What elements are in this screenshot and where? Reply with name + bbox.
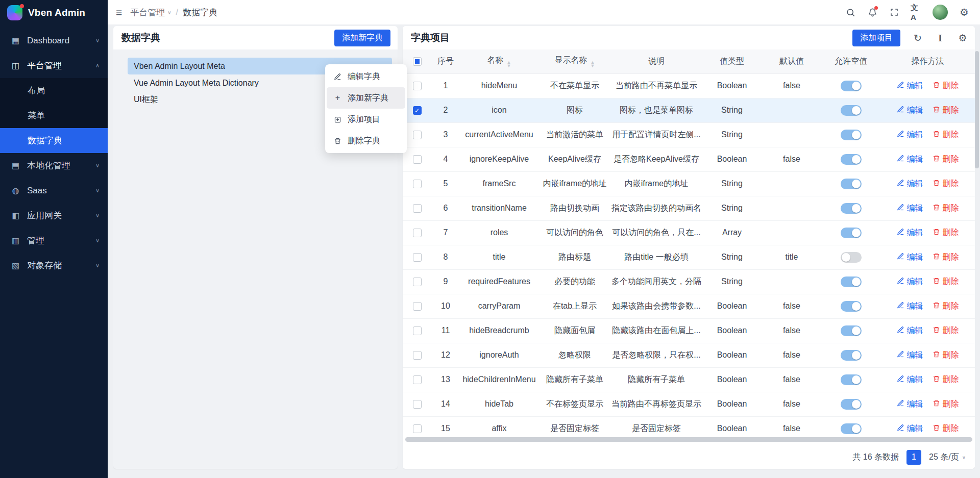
allow-null-toggle[interactable]: [841, 228, 862, 238]
row-checkbox[interactable]: [413, 155, 422, 164]
allow-null-toggle[interactable]: [841, 252, 862, 263]
translate-icon[interactable]: 文A: [911, 7, 922, 18]
text-height-icon[interactable]: I: [935, 33, 945, 43]
sidebar-item-manage[interactable]: ▥管理∨: [0, 228, 108, 253]
delete-button[interactable]: 删除: [933, 228, 959, 238]
allow-null-toggle[interactable]: [841, 301, 862, 312]
allow-null-toggle[interactable]: [841, 179, 862, 189]
fullscreen-icon[interactable]: [889, 7, 900, 18]
sidebar-item-saas[interactable]: ◍Saas∨: [0, 178, 108, 203]
edit-button[interactable]: 编辑: [897, 130, 923, 140]
sidebar-item-dashboard[interactable]: ▦Dashboard∨: [0, 28, 108, 53]
delete-button[interactable]: 删除: [933, 399, 959, 410]
row-checkbox[interactable]: [413, 131, 422, 139]
allow-null-toggle[interactable]: [841, 325, 862, 336]
row-checkbox[interactable]: [413, 229, 422, 237]
cell-default: [762, 196, 821, 220]
row-checkbox[interactable]: [413, 302, 422, 311]
delete-button[interactable]: 删除: [933, 374, 959, 385]
horizontal-scrollbar[interactable]: [405, 437, 972, 442]
sidebar-item-gateway[interactable]: ◧应用网关∨: [0, 203, 108, 228]
allow-null-toggle[interactable]: [841, 423, 862, 434]
row-checkbox[interactable]: [413, 180, 422, 188]
delete-button[interactable]: 删除: [933, 105, 959, 116]
select-all-checkbox[interactable]: [413, 57, 422, 66]
sidebar-item-platform[interactable]: ◫平台管理∧: [0, 53, 108, 78]
context-menu-item[interactable]: 编辑字典: [327, 66, 405, 87]
row-checkbox[interactable]: [413, 424, 422, 433]
allow-null-toggle[interactable]: [841, 81, 862, 91]
delete-button[interactable]: 删除: [933, 301, 959, 312]
sidebar-collapse-icon[interactable]: ≡: [116, 7, 122, 18]
delete-button[interactable]: 删除: [933, 179, 959, 189]
refresh-icon[interactable]: ↻: [913, 33, 923, 43]
row-checkbox[interactable]: ✓: [413, 106, 422, 115]
row-checkbox[interactable]: [413, 82, 422, 90]
delete-button[interactable]: 删除: [933, 154, 959, 165]
allow-null-toggle[interactable]: [841, 154, 862, 165]
pencil-icon: [897, 204, 904, 213]
vertical-scrollbar[interactable]: [975, 51, 979, 168]
cell-value-type: Boolean: [702, 343, 762, 367]
row-checkbox[interactable]: [413, 253, 422, 262]
edit-button[interactable]: 编辑: [897, 81, 923, 91]
add-dictionary-button[interactable]: 添加新字典: [334, 30, 390, 46]
row-checkbox[interactable]: [413, 400, 422, 409]
edit-button[interactable]: 编辑: [897, 399, 923, 410]
delete-button[interactable]: 删除: [933, 325, 959, 336]
allow-null-toggle[interactable]: [841, 350, 862, 361]
row-checkbox[interactable]: [413, 351, 422, 360]
bell-icon[interactable]: [867, 7, 878, 18]
settings-icon[interactable]: ⚙: [958, 33, 968, 43]
edit-button[interactable]: 编辑: [897, 423, 923, 434]
row-checkbox[interactable]: [413, 375, 422, 384]
sidebar-item-storage[interactable]: ▧对象存储∨: [0, 253, 108, 278]
row-checkbox[interactable]: [413, 204, 422, 213]
sort-icons[interactable]: ▲▼: [591, 61, 595, 68]
context-menu-item[interactable]: 删除字典: [327, 130, 405, 152]
avatar[interactable]: [933, 5, 948, 20]
allow-null-toggle[interactable]: [841, 105, 862, 116]
allow-null-toggle[interactable]: [841, 399, 862, 410]
cell-display-name: 不在标签页显示: [538, 392, 611, 416]
delete-button[interactable]: 删除: [933, 130, 959, 140]
allow-null-toggle[interactable]: [841, 203, 862, 214]
cell-index: 5: [431, 171, 460, 196]
edit-button[interactable]: 编辑: [897, 350, 923, 361]
delete-button[interactable]: 删除: [933, 203, 959, 214]
delete-button[interactable]: 删除: [933, 276, 959, 287]
row-checkbox[interactable]: [413, 278, 422, 286]
page-size-select[interactable]: 25 条/页 ∨: [929, 452, 966, 463]
search-icon[interactable]: [845, 7, 856, 18]
edit-button[interactable]: 编辑: [897, 154, 923, 165]
add-item-button[interactable]: 添加项目: [852, 30, 900, 46]
edit-button[interactable]: 编辑: [897, 105, 923, 116]
breadcrumb-item-section[interactable]: 平台管理 ∨: [130, 7, 171, 18]
app-logo[interactable]: Vben Admin: [0, 0, 108, 25]
edit-button[interactable]: 编辑: [897, 203, 923, 214]
row-checkbox[interactable]: [413, 326, 422, 335]
delete-button[interactable]: 删除: [933, 81, 959, 91]
edit-button[interactable]: 编辑: [897, 374, 923, 385]
edit-button[interactable]: 编辑: [897, 228, 923, 238]
edit-button[interactable]: 编辑: [897, 179, 923, 189]
allow-null-toggle[interactable]: [841, 374, 862, 385]
allow-null-toggle[interactable]: [841, 276, 862, 287]
sidebar-item-locale[interactable]: ▤本地化管理∨: [0, 153, 108, 178]
page-number[interactable]: 1: [906, 450, 921, 465]
settings-icon[interactable]: ⚙: [959, 7, 970, 18]
sidebar-subitem[interactable]: 菜单: [0, 103, 108, 128]
context-menu-item[interactable]: +添加新字典: [327, 87, 405, 109]
delete-button[interactable]: 删除: [933, 252, 959, 263]
edit-button[interactable]: 编辑: [897, 252, 923, 263]
sort-icons[interactable]: ▲▼: [507, 61, 511, 68]
allow-null-toggle[interactable]: [841, 130, 862, 140]
edit-button[interactable]: 编辑: [897, 325, 923, 336]
delete-button[interactable]: 删除: [933, 423, 959, 434]
edit-button[interactable]: 编辑: [897, 301, 923, 312]
edit-button[interactable]: 编辑: [897, 276, 923, 287]
sidebar-subitem[interactable]: 布局: [0, 78, 108, 103]
delete-button[interactable]: 删除: [933, 350, 959, 361]
context-menu-item[interactable]: 添加项目: [327, 109, 405, 130]
sidebar-subitem[interactable]: 数据字典: [0, 128, 108, 153]
